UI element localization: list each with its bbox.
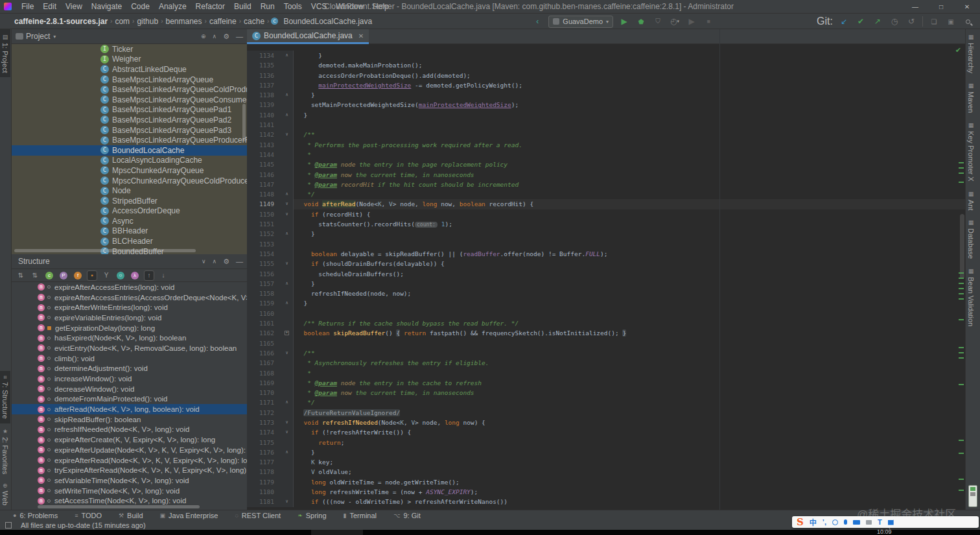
fold-gutter[interactable]: ∧ xyxy=(281,298,294,308)
line-number[interactable]: 1151 xyxy=(247,219,281,229)
line-number[interactable]: 1169 xyxy=(247,378,281,388)
code-line-1149[interactable]: 1149∨ void afterRead(Node<K, V> node, lo… xyxy=(247,199,965,209)
fold-gutter[interactable]: ∨ xyxy=(281,418,294,427)
run-configuration-select[interactable]: GuavaDemo ▾ xyxy=(548,16,613,28)
code-line-1172[interactable]: 1172 /FutureReturnValueIgnored/ xyxy=(247,408,965,418)
code-text[interactable]: * @param node the entry in the page repl… xyxy=(294,160,965,169)
fold-gutter[interactable] xyxy=(281,477,294,487)
line-number[interactable]: 1136 xyxy=(247,71,281,80)
structure-item-climb[interactable]: mclimb(): void xyxy=(12,353,247,364)
fold-gutter[interactable] xyxy=(281,438,294,447)
menu-code[interactable]: Code xyxy=(126,2,154,11)
code-text[interactable]: return; xyxy=(294,438,965,447)
line-number[interactable]: 1178 xyxy=(247,467,281,477)
code-text[interactable]: * xyxy=(294,150,965,160)
search-everywhere-icon[interactable] xyxy=(962,16,974,27)
code-line-1171[interactable]: 1171∧ */ xyxy=(247,398,965,407)
line-number[interactable]: 1159 xyxy=(247,298,281,308)
fold-gutter[interactable] xyxy=(281,378,294,388)
code-line-1135[interactable]: 1135 demoted.makeMainProbation(); xyxy=(247,60,965,70)
code-text[interactable]: if (recordHit) { xyxy=(294,209,965,219)
close-tab-icon[interactable]: ✕ xyxy=(358,32,364,40)
stripe-tab-ant[interactable]: ▦Ant xyxy=(966,186,976,215)
debug-button[interactable]: ⬟ xyxy=(635,16,647,27)
code-text[interactable]: refreshIfNeeded(node, now); xyxy=(294,289,965,298)
structure-item-expireafterupdate[interactable]: mexpireAfterUpdate(Node<K, V>, K, V, Exp… xyxy=(12,445,247,455)
code-line-1147[interactable]: 1147 * @param recordHit if the hit count… xyxy=(247,180,965,189)
stripe-tab-7-structure[interactable]: ≡7: Structure xyxy=(0,371,10,423)
line-number[interactable]: 1152 xyxy=(247,229,281,239)
breadcrumb-item-caffeine-2-8-1-sources-jar[interactable]: caffeine-2.8.1-sources.jar xyxy=(14,17,108,26)
code-line-1148[interactable]: 1148∧ */ xyxy=(247,189,965,199)
tree-item-basempsclinkedarrayqueuepad3[interactable]: CBaseMpscLinkedArrayQueuePad3 xyxy=(12,125,247,136)
line-number[interactable]: 1150 xyxy=(247,209,281,219)
line-number[interactable]: 1156 xyxy=(247,269,281,279)
minimize-button[interactable]: — xyxy=(902,0,928,14)
code-text[interactable]: statsCounter().recordHits(count: 1); xyxy=(294,219,965,229)
fold-gutter[interactable] xyxy=(281,318,294,328)
code-text[interactable]: long oldWriteTime = node.getWriteTime(); xyxy=(294,477,965,487)
code-text[interactable]: /** xyxy=(294,130,965,139)
keyboard-icon[interactable] xyxy=(853,520,860,525)
code-line-1156[interactable]: 1156 scheduleDrainBuffers(); xyxy=(247,269,965,279)
tree-item-ticker[interactable]: ITicker xyxy=(12,44,247,54)
microphone-icon[interactable] xyxy=(844,519,847,525)
code-text[interactable]: */ xyxy=(294,398,965,407)
breadcrumb-item-com[interactable]: com xyxy=(115,17,130,26)
git-push-button[interactable]: ↗ xyxy=(872,16,883,27)
stripe-tab-1-project[interactable]: ▤1: Project xyxy=(0,29,10,77)
chevron-down-icon[interactable]: ▾ xyxy=(53,34,56,40)
tree-item-basempsclinkedarrayqueueproducerfields[interactable]: CBaseMpscLinkedArrayQueueProducerFields xyxy=(12,135,247,145)
sort-alphabetically-icon[interactable]: ⇅ xyxy=(30,270,40,281)
toolwindow-6-problems[interactable]: ●6: Problems xyxy=(13,512,58,519)
hide-toolbar-icon[interactable]: ‹ xyxy=(531,16,543,27)
code-text[interactable]: /** Returns if the cache should bypass t… xyxy=(294,318,965,328)
code-line-1152[interactable]: 1152∧ } xyxy=(247,229,965,239)
show-fields-icon[interactable]: ▪ xyxy=(87,270,97,281)
structure-item-skipreadbuffer[interactable]: mskipReadBuffer(): boolean xyxy=(12,414,247,425)
line-number[interactable]: 1171 xyxy=(247,398,281,407)
code-line-1134[interactable]: 1134∧ } xyxy=(247,51,965,60)
fold-gutter[interactable]: ∨ xyxy=(281,348,294,358)
code-line-1159[interactable]: 1159∧ } xyxy=(247,298,965,308)
toolwindow-java-enterprise[interactable]: ▣Java Enterprise xyxy=(160,512,218,519)
line-number[interactable]: 1147 xyxy=(247,180,281,189)
line-number[interactable]: 1142 xyxy=(247,130,281,139)
structure-item-expireafteraccessentries[interactable]: mexpireAfterAccessEntries(AccessOrderDeq… xyxy=(12,292,247,303)
line-number[interactable]: 1161 xyxy=(247,318,281,328)
profiler-button[interactable]: ◴▾ xyxy=(669,16,681,27)
fold-gutter[interactable] xyxy=(281,457,294,467)
line-number[interactable]: 1173 xyxy=(247,418,281,427)
code-text[interactable]: demoted.makeMainProbation(); xyxy=(294,60,965,70)
code-text[interactable]: void afterRead(Node<K, V> node, long now… xyxy=(294,199,965,209)
code-text[interactable]: accessOrderProbationDeque().add(demoted)… xyxy=(294,71,965,80)
menu-navigate[interactable]: Navigate xyxy=(87,2,126,11)
code-line-1179[interactable]: 1179 long oldWriteTime = node.getWriteTi… xyxy=(247,477,965,487)
line-number[interactable]: 1160 xyxy=(247,309,281,318)
close-button[interactable]: ✕ xyxy=(954,0,980,14)
line-number[interactable]: 1174 xyxy=(247,427,281,437)
structure-item-expirevariableentries[interactable]: mexpireVariableEntries(long): void xyxy=(12,313,247,323)
fold-gutter[interactable] xyxy=(281,487,294,497)
code-text[interactable]: if (!refreshAfterWrite()) { xyxy=(294,427,965,437)
fold-gutter[interactable]: ∧ xyxy=(281,110,294,120)
code-text[interactable]: * @param now the current time, in nanose… xyxy=(294,388,965,398)
code-line-1143[interactable]: 1143 * Performs the post-processing work… xyxy=(247,140,965,150)
code-text[interactable]: } xyxy=(294,51,965,60)
structure-hscrollbar[interactable] xyxy=(38,505,200,508)
line-number[interactable]: 1177 xyxy=(247,457,281,467)
skin-icon[interactable]: T xyxy=(878,518,882,526)
breadcrumb-item-benmanes[interactable]: benmanes xyxy=(165,17,202,26)
tool-window-switcher-icon[interactable] xyxy=(5,522,12,529)
code-text[interactable]: /** xyxy=(294,348,965,358)
menu-tools[interactable]: Tools xyxy=(279,2,307,11)
code-text[interactable]: if (shouldDrainBuffers(delayable)) { xyxy=(294,259,965,268)
fold-gutter[interactable] xyxy=(281,467,294,477)
git-commit-button[interactable]: ✔ xyxy=(855,16,867,27)
line-number[interactable]: 1140 xyxy=(247,110,281,120)
structure-item-expireafteraccessentries[interactable]: mexpireAfterAccessEntries(long): void xyxy=(12,282,247,292)
stripe-tab-2-favorites[interactable]: ★2: Favorites xyxy=(0,423,10,479)
structure-item-setaccesstime[interactable]: msetAccessTime(Node<K, V>, long): void xyxy=(12,495,247,506)
fold-gutter[interactable] xyxy=(281,80,294,90)
stripe-tab-key-promoter-x[interactable]: ▦Key Promoter X xyxy=(966,117,976,186)
